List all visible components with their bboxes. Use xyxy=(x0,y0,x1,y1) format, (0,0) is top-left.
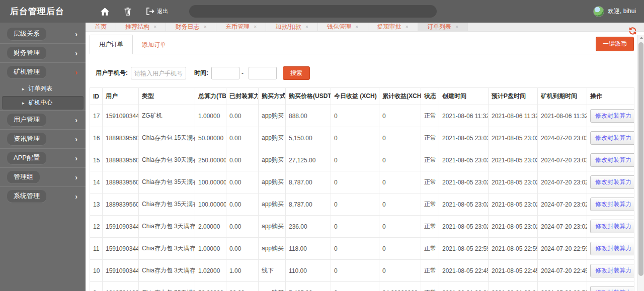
modify-hashrate-button[interactable]: 修改封装算力 xyxy=(590,198,634,211)
logout-button[interactable]: 退出 xyxy=(146,8,168,15)
table-cell: 2021-08-05 23:02:36 xyxy=(439,171,489,193)
phone-input[interactable] xyxy=(131,67,186,79)
action-cell: 修改封装算力 xyxy=(587,127,634,149)
tab-4[interactable]: 加款/扣款× xyxy=(266,23,318,31)
tab-6[interactable]: 提现审批× xyxy=(368,23,418,31)
table-cell: Chia存力包 3天满存交付 xyxy=(139,238,195,260)
tab-1[interactable]: 推荐结构× xyxy=(116,23,166,31)
table-cell: 2021-08-05 22:45:03 xyxy=(439,260,489,282)
modify-hashrate-button[interactable]: 修改封装算力 xyxy=(590,242,634,255)
table-cell: 2021-08-05 23:03:39 xyxy=(439,127,489,149)
sidebar-item-4[interactable]: 资讯管理› xyxy=(0,129,86,148)
table-cell: app购买 xyxy=(259,216,286,238)
main-area: 首页推荐结构×财务日志×充币管理×加款/扣款×钱包管理×提现审批×订单列表× 用… xyxy=(86,23,644,291)
close-icon[interactable]: × xyxy=(455,24,458,30)
table-cell: 13 xyxy=(90,193,103,216)
table-cell: 30.00 xyxy=(226,282,259,291)
close-icon[interactable]: × xyxy=(305,24,308,30)
scrollbar-thumb[interactable] xyxy=(638,42,643,276)
modify-hashrate-button[interactable]: 修改封装算力 xyxy=(590,286,634,291)
table-cell: 正常 xyxy=(421,105,439,127)
tab-7[interactable]: 订单列表× xyxy=(418,23,468,31)
table-cell: Chia存力包 35天满存交付 xyxy=(139,171,195,193)
modify-hashrate-button[interactable]: 修改封装算力 xyxy=(590,131,634,145)
tab-label: 订单列表 xyxy=(427,23,451,31)
close-icon[interactable]: × xyxy=(406,24,409,30)
table-cell: 2021-08-06 11:32:56 xyxy=(439,105,489,127)
caret-right-icon: ▸ xyxy=(22,86,25,91)
table-cell: 2021-06-01 00:21:08 xyxy=(489,282,538,291)
sidebar-subitem-2-0[interactable]: ▸订单列表 xyxy=(2,82,84,95)
table-row: 1418898395608Chia存力包 35天满存交付100.000000.0… xyxy=(90,171,634,193)
sidebar-subitem-2-1[interactable]: ▸矿机中心 xyxy=(2,96,84,110)
tab-label: 钱包管理 xyxy=(327,23,351,31)
time-label: 时间: xyxy=(194,69,208,77)
table-row: 1318898395608Chia存力包 35天满存交付100.000000.0… xyxy=(90,193,634,216)
trash-icon[interactable] xyxy=(124,8,131,16)
table-cell: 0 xyxy=(331,282,379,291)
search-button[interactable]: 搜索 xyxy=(283,66,310,80)
close-icon[interactable]: × xyxy=(254,24,257,30)
table-cell: 0 xyxy=(331,127,379,149)
table-cell: 0.00 xyxy=(226,105,259,127)
table-cell: Chia存力包 3天满存交付 xyxy=(139,216,195,238)
modify-hashrate-button[interactable]: 修改封装算力 xyxy=(590,109,634,123)
avatar[interactable] xyxy=(593,6,604,17)
table-cell: Chia存力包 35天满存交付 xyxy=(139,193,195,216)
header-search-input[interactable] xyxy=(189,5,437,18)
table-cell: 2021-08-05 23:02:20 xyxy=(489,193,538,216)
close-icon[interactable]: × xyxy=(203,24,206,30)
scroll-up-icon[interactable] xyxy=(639,37,643,39)
content: 用户订单 添加订单 一键派币 用户手机号: 时间: - 搜索 ID用户类型总算力… xyxy=(86,32,644,291)
tab-user-orders[interactable]: 用户订单 xyxy=(90,35,133,54)
subtab-row: 用户订单 添加订单 一键派币 xyxy=(90,35,635,54)
close-icon[interactable]: × xyxy=(355,24,358,30)
tab-3[interactable]: 充币管理× xyxy=(216,23,266,31)
sidebar-item-6[interactable]: 管理组› xyxy=(0,167,86,186)
modify-hashrate-button[interactable]: 修改封装算力 xyxy=(590,175,634,189)
table-row: 1115910903445Chia存力包 3天满存交付1.000000.00ap… xyxy=(90,238,634,260)
sidebar-item-label: 矿机管理 xyxy=(7,66,46,78)
sidebar-item-label: 资讯管理 xyxy=(7,133,46,145)
table-cell: 18898395608 xyxy=(103,171,139,193)
table-cell: 正常 xyxy=(421,193,439,216)
sidebar-item-1[interactable]: 财务管理› xyxy=(0,43,86,62)
sidebar-item-label: 层级关系 xyxy=(7,28,46,40)
vertical-scrollbar[interactable] xyxy=(637,35,644,291)
tab-0[interactable]: 首页 xyxy=(86,23,116,31)
action-cell: 修改封装算力 xyxy=(587,282,634,291)
table-cell: 9 xyxy=(90,282,103,291)
time-end-input[interactable] xyxy=(249,67,277,79)
modify-hashrate-button[interactable]: 修改封装算力 xyxy=(590,153,634,167)
table-cell: 2021-08-05 22:59:35 xyxy=(489,238,538,260)
home-icon[interactable] xyxy=(101,8,109,16)
table-cell: 8,787.00 xyxy=(286,193,331,216)
sidebar-item-3[interactable]: 用户管理› xyxy=(0,110,86,129)
dispatch-coins-button[interactable]: 一键派币 xyxy=(596,37,634,51)
table-cell: 27,125.00 xyxy=(286,149,331,171)
table-cell: 2024-07-20 22:45:03 xyxy=(538,260,587,282)
sidebar-item-5[interactable]: APP配置› xyxy=(0,148,86,167)
table-cell: 2021-08-05 23:03:03 xyxy=(439,149,489,171)
modify-hashrate-button[interactable]: 修改封装算力 xyxy=(590,264,634,277)
column-header: 总算力(TB) xyxy=(195,88,226,105)
action-cell: 修改封装算力 xyxy=(587,193,634,216)
tab-2[interactable]: 财务日志× xyxy=(166,23,216,31)
sidebar-item-7[interactable]: 系统管理› xyxy=(0,186,86,206)
tab-add-order[interactable]: 添加订单 xyxy=(133,36,175,54)
table-cell: 18898395608 xyxy=(103,149,139,171)
caret-right-icon: ▸ xyxy=(22,101,25,106)
time-start-input[interactable] xyxy=(211,67,239,79)
sidebar-item-2[interactable]: 矿机管理› xyxy=(0,62,86,81)
tab-5[interactable]: 钱包管理× xyxy=(318,23,368,31)
logout-icon xyxy=(146,8,154,15)
modify-hashrate-button[interactable]: 修改封装算力 xyxy=(590,220,634,233)
chevron-right-icon: › xyxy=(75,193,77,200)
sidebar-item-0[interactable]: 层级关系› xyxy=(0,25,86,43)
table-cell: 2024-07-20 22:59:35 xyxy=(538,238,587,260)
chevron-right-icon: › xyxy=(75,155,77,162)
tab-label: 财务日志 xyxy=(175,23,199,31)
table-row: 1518898395608Chia存力包 30天满存交付250.000000.0… xyxy=(90,149,634,171)
close-icon[interactable]: × xyxy=(153,24,156,30)
table-cell: 0 xyxy=(379,149,421,171)
